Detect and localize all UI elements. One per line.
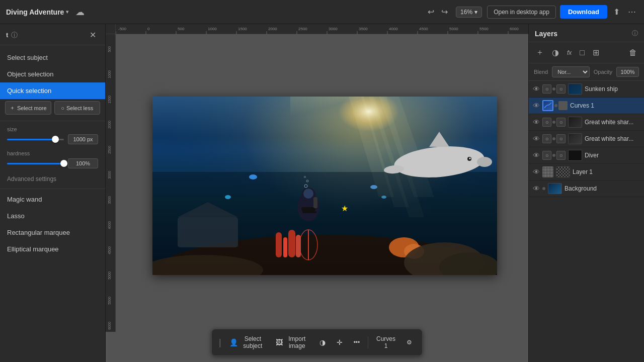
layer-link-dot [542, 187, 545, 190]
undo-redo-group: ↩ ↪ [425, 5, 451, 19]
cloud-icon[interactable]: ☁ [75, 7, 85, 18]
tool-list: Select subject Object selection Quick se… [0, 45, 105, 261]
download-button[interactable]: Download [560, 5, 607, 19]
hardness-slider-row: hardness 100% [0, 147, 105, 171]
layer-thumbnail [568, 150, 582, 161]
quick-selection-item[interactable]: Quick selection [0, 82, 105, 99]
svg-point-86 [370, 185, 377, 189]
layer-type-icon: ⊙ [542, 134, 551, 143]
curves-settings-button[interactable]: ⚙ [401, 336, 417, 349]
svg-text:4500: 4500 [419, 27, 428, 31]
curves-thumb [542, 100, 553, 111]
object-selection-item[interactable]: Object selection [0, 66, 105, 82]
elliptical-marquee-item[interactable]: Elliptical marquee [0, 241, 105, 257]
project-title[interactable]: Diving Adventure ▾ [6, 8, 68, 16]
layers-title: Layers [535, 30, 629, 38]
topbar-actions: Open in desktop app Download ⬆ ⋯ [487, 5, 638, 19]
layer-visibility-icon[interactable]: 👁 [533, 102, 540, 110]
size-slider-row: size 1000 px [0, 123, 105, 147]
svg-point-87 [381, 196, 386, 199]
layer-item[interactable]: 👁 Background [529, 180, 644, 197]
blend-select[interactable]: Nor... [552, 66, 590, 77]
rectangular-marquee-item[interactable]: Rectangular marquee [0, 224, 105, 241]
layer-thumbnail [568, 133, 582, 144]
layer-visibility-icon[interactable]: 👁 [533, 85, 540, 93]
hardness-value[interactable]: 100% [68, 158, 98, 168]
svg-point-70 [303, 189, 313, 199]
lasso-item[interactable]: Lasso [0, 208, 105, 224]
redo-button[interactable]: ↪ [438, 5, 451, 19]
svg-text:5000: 5000 [108, 272, 111, 280]
svg-point-85 [225, 195, 231, 199]
layer-visibility-icon[interactable]: 👁 [533, 151, 540, 159]
zoom-control[interactable]: 16% ▾ [456, 7, 482, 18]
toolbar-left-border-icon: | [217, 337, 223, 348]
share-icon[interactable]: ⬆ [611, 5, 622, 19]
layer-item[interactable]: 👁 Layer 1 [529, 164, 644, 180]
layers-info-icon[interactable]: ⓘ [632, 29, 638, 38]
add-layer-button[interactable]: ＋ [533, 45, 547, 60]
magic-wand-item[interactable]: Magic wand [0, 191, 105, 208]
checkered-icon [542, 166, 553, 177]
selection-icon: ✛ [337, 338, 343, 346]
advanced-settings-toggle[interactable]: Advanced settings [0, 171, 105, 187]
svg-text:1000: 1000 [208, 27, 217, 31]
layer-item[interactable]: 👁 Curves 1 [529, 98, 644, 114]
layer-thumbnail [568, 83, 582, 95]
svg-text:5500: 5500 [479, 27, 489, 31]
panel-close-button[interactable]: ✕ [87, 29, 99, 41]
layer-link-dot [552, 87, 555, 90]
layer-visibility-icon[interactable]: 👁 [533, 185, 540, 193]
more-options-icon[interactable]: ⋯ [626, 5, 638, 19]
size-track[interactable] [7, 139, 64, 140]
svg-rect-57 [276, 232, 282, 257]
select-subject-item[interactable]: Select subject [0, 49, 105, 66]
ruler-horizontal: -500 0 500 1000 1500 2000 2500 3000 [116, 24, 528, 34]
layer-thumbnail [548, 183, 562, 194]
svg-text:1500: 1500 [238, 27, 247, 31]
select-more-button[interactable]: ＋ Select more [5, 101, 51, 115]
toolbar-divider [368, 336, 368, 348]
layer-mask-icon: ⊙ [556, 118, 566, 127]
open-desktop-button[interactable]: Open in desktop app [487, 6, 556, 19]
info-icon[interactable]: ⓘ [11, 31, 18, 40]
svg-text:500: 500 [178, 27, 185, 31]
topbar: Diving Adventure ▾ ☁ ↩ ↪ 16% ▾ Open in d… [0, 0, 644, 24]
undo-button[interactable]: ↩ [425, 5, 437, 19]
layer-visibility-icon[interactable]: 👁 [533, 168, 540, 176]
group-button[interactable]: ⊞ [590, 46, 602, 59]
layer-item[interactable]: 👁 ⊙ ⊙ Great white shar... [529, 114, 644, 131]
select-subject-toolbar-button[interactable]: 👤 Select subject [224, 332, 270, 352]
selection-tool-button[interactable]: ✛ [332, 335, 348, 349]
layer-name: Diver [585, 152, 640, 159]
layer-item[interactable]: 👁 ⊙ ⊙ Sunken ship [529, 81, 644, 98]
svg-text:1500: 1500 [108, 96, 111, 104]
hardness-track[interactable] [7, 163, 64, 164]
layer-item[interactable]: 👁 ⊙ ⊙ Diver [529, 147, 644, 164]
import-image-toolbar-button[interactable]: 🖼 Import image [271, 332, 313, 352]
curves-button[interactable]: Curves 1 [371, 332, 400, 352]
size-label: size [7, 126, 98, 132]
layer-visibility-icon[interactable]: 👁 [533, 135, 540, 143]
svg-text:1000: 1000 [108, 70, 111, 78]
mask-button[interactable]: □ [577, 46, 588, 59]
canvas-image[interactable]: ★ [152, 97, 497, 275]
canvas-image-wrapper: ★ [121, 39, 528, 332]
adjustment-layer-button[interactable]: ◑ [549, 46, 562, 59]
delete-layer-button[interactable]: 🗑 [626, 46, 640, 59]
select-less-button[interactable]: ○ Select less [54, 101, 101, 115]
fx-button[interactable]: fx [564, 47, 575, 58]
svg-text:2500: 2500 [298, 27, 307, 31]
erase-tool-button[interactable]: ◑ [314, 335, 331, 349]
svg-text:5500: 5500 [108, 297, 111, 305]
more-options-toolbar-button[interactable]: ••• [349, 336, 365, 349]
left-panel: t ⓘ ✕ Select subject Object selection Qu… [0, 24, 106, 362]
canvas-area[interactable]: -500 0 500 1000 1500 2000 2500 3000 [106, 24, 528, 362]
svg-text:4500: 4500 [108, 246, 111, 254]
layer-item[interactable]: 👁 ⊙ ⊙ Great white shar... [529, 131, 644, 147]
opacity-value[interactable]: 100% [616, 67, 639, 77]
layer-visibility-icon[interactable]: 👁 [533, 118, 540, 126]
layer-mask-icon [558, 101, 568, 110]
svg-rect-72 [302, 211, 316, 213]
size-value[interactable]: 1000 px [68, 134, 98, 144]
